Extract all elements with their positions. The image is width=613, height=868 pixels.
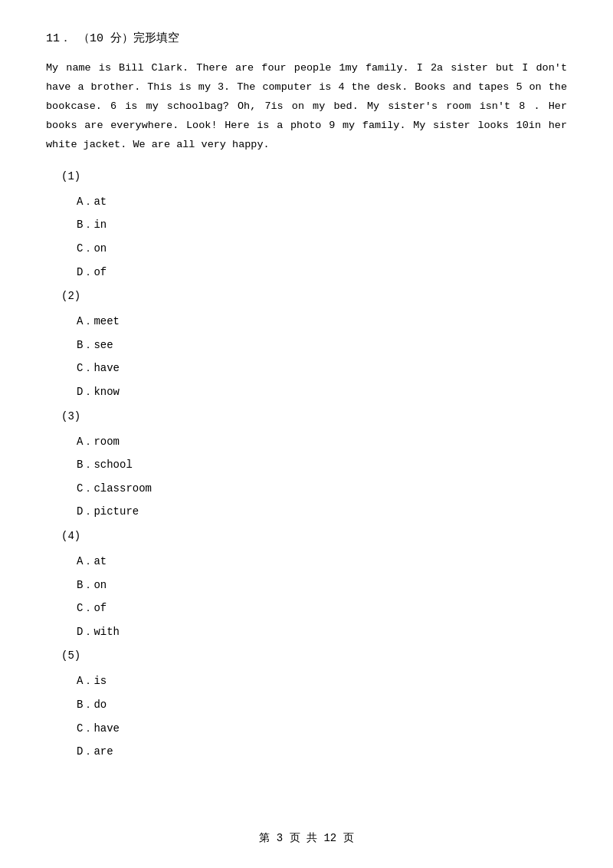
sub-question-2: (2)A．meetB．seeC．haveD．know: [46, 290, 567, 409]
sub-question-3: (3)A．roomB．schoolC．classroomD．picture: [46, 410, 567, 530]
sub-question-number-4: (4): [61, 530, 567, 542]
question-header: 11． （10 分）完形填空: [46, 31, 567, 45]
question-number: 11．: [46, 32, 71, 45]
option-1-d: D．of: [77, 262, 567, 283]
sub-question-number-3: (3): [61, 410, 567, 422]
option-3-a: A．room: [77, 432, 567, 452]
option-3-c: C．classroom: [77, 478, 567, 499]
option-2-d: D．know: [77, 382, 567, 403]
option-1-b: B．in: [77, 215, 567, 235]
option-5-a: A．is: [77, 671, 567, 692]
option-3-b: B．school: [77, 455, 567, 475]
sub-question-1: (1)A．atB．inC．onD．of: [46, 170, 567, 290]
sub-question-5: (5)A．isB．doC．haveD．are: [46, 649, 567, 769]
passage: My name is Bill Clark. There are four pe…: [46, 59, 567, 155]
option-1-c: C．on: [77, 238, 567, 259]
sub-question-4: (4)A．atB．onC．ofD．with: [46, 530, 567, 649]
option-4-a: A．at: [77, 551, 567, 572]
sub-question-number-2: (2): [61, 290, 567, 302]
question-title: （10 分）完形填空: [78, 32, 179, 45]
option-3-d: D．picture: [77, 501, 567, 522]
option-4-d: D．with: [77, 622, 567, 643]
option-2-a: A．meet: [77, 311, 567, 332]
questions-container: (1)A．atB．inC．onD．of(2)A．meetB．seeC．haveD…: [46, 170, 567, 770]
sub-question-number-1: (1): [61, 170, 567, 182]
option-2-c: C．have: [77, 358, 567, 379]
option-1-a: A．at: [77, 192, 567, 212]
option-4-b: B．on: [77, 575, 567, 596]
option-4-c: C．of: [77, 598, 567, 619]
option-5-d: D．are: [77, 741, 567, 762]
option-5-c: C．have: [77, 718, 567, 739]
option-5-b: B．do: [77, 695, 567, 715]
sub-question-number-5: (5): [61, 649, 567, 662]
page-footer: 第 3 页 共 12 页: [0, 831, 613, 845]
option-2-b: B．see: [77, 335, 567, 356]
